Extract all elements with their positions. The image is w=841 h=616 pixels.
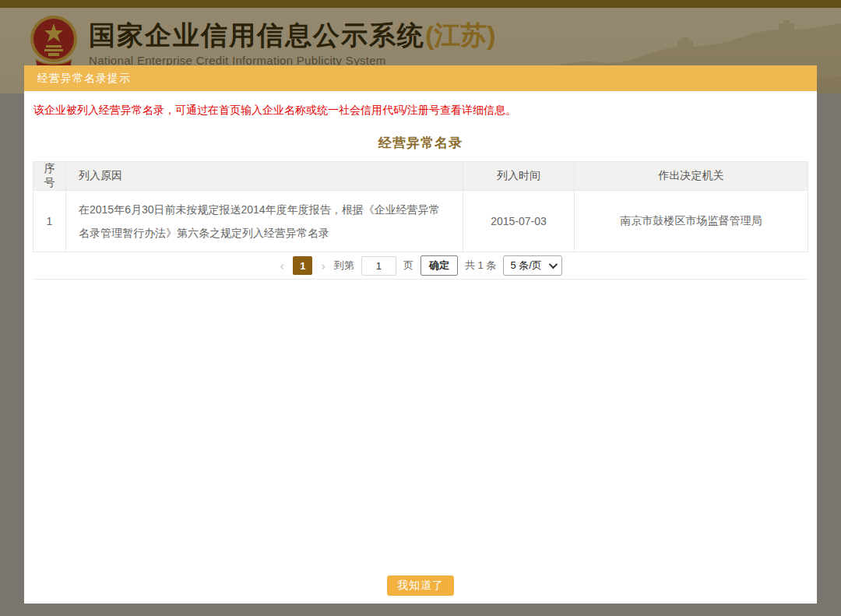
next-page-icon[interactable]: ›: [319, 259, 327, 273]
table-header-row: 序号 列入原因 列入时间 作出决定机关: [33, 162, 808, 191]
column-header-reason: 列入原因: [66, 162, 463, 191]
abnormal-operations-modal: 经营异常名录提示 该企业被列入经营异常名录，可通过在首页输入企业名称或统一社会信…: [24, 65, 817, 604]
total-count-label: 共 1 条: [465, 259, 496, 273]
acknowledge-button[interactable]: 我知道了: [387, 576, 454, 596]
goto-page-input[interactable]: [361, 256, 396, 276]
column-header-authority: 作出决定机关: [575, 162, 808, 191]
page-size-value: 5 条/页: [510, 259, 541, 273]
current-page-button[interactable]: 1: [293, 256, 312, 275]
modal-titlebar: 经营异常名录提示: [24, 65, 817, 91]
cell-date: 2015-07-03: [463, 191, 575, 252]
modal-title: 经营异常名录提示: [37, 72, 131, 86]
warning-text: 该企业被列入经营异常名录，可通过在首页输入企业名称或统一社会信用代码/注册号查看…: [24, 91, 817, 117]
pagination: ‹ 1 › 到第 页 确定 共 1 条 5 条/页: [33, 252, 808, 279]
table-row: 1 在2015年6月30日前未按规定报送2014年度年度报告，根据《企业经营异常…: [33, 191, 808, 252]
abnormal-list-table: 序号 列入原因 列入时间 作出决定机关 1 在2015年6月30日前未按规定报送…: [33, 161, 808, 252]
page-unit-label: 页: [403, 259, 413, 273]
cell-index: 1: [33, 191, 66, 252]
prev-page-icon[interactable]: ‹: [279, 259, 287, 273]
table-title: 经营异常名录: [24, 134, 817, 152]
cell-reason: 在2015年6月30日前未按规定报送2014年度年度报告，根据《企业经营异常名录…: [66, 191, 463, 252]
cell-authority: 南京市鼓楼区市场监督管理局: [575, 191, 808, 252]
page-size-select[interactable]: 5 条/页: [503, 255, 562, 276]
modal-body: 该企业被列入经营异常名录，可通过在首页输入企业名称或统一社会信用代码/注册号查看…: [24, 91, 817, 604]
column-header-date: 列入时间: [463, 162, 575, 191]
column-header-index: 序号: [33, 162, 66, 191]
page-canvas: 国家企业信用信息公示系统(江苏) National Enterprise Cre…: [0, 0, 841, 616]
goto-label: 到第: [334, 259, 354, 273]
chevron-down-icon: [549, 260, 558, 269]
abnormal-list-table-container: 序号 列入原因 列入时间 作出决定机关 1 在2015年6月30日前未按规定报送…: [33, 161, 808, 280]
goto-confirm-button[interactable]: 确定: [420, 255, 458, 276]
